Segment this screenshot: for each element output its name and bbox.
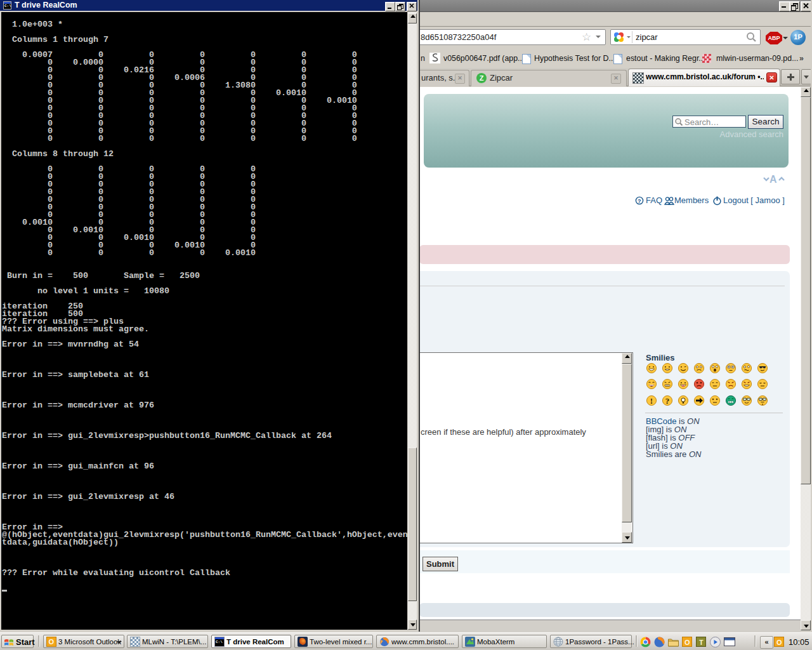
- svg-text:?: ?: [665, 396, 670, 406]
- svg-text:A: A: [769, 174, 777, 185]
- svg-text:?: ?: [638, 198, 641, 204]
- svg-text:!: !: [650, 396, 653, 406]
